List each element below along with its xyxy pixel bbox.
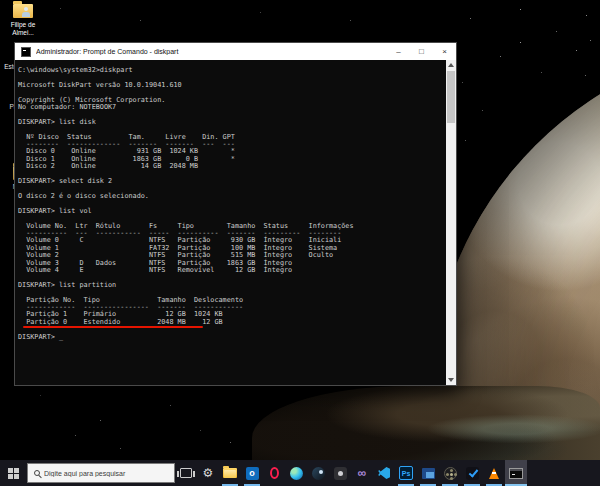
gear-icon: ⚙	[203, 467, 214, 479]
movies-app-icon	[422, 468, 435, 479]
maximize-button[interactable]: □	[410, 43, 433, 60]
cmd-window-icon	[21, 47, 31, 57]
taskbar-search-box[interactable]	[27, 463, 175, 483]
file-explorer-icon	[223, 468, 237, 478]
visual-studio-icon: ∞	[358, 467, 367, 479]
opera-button[interactable]	[263, 460, 285, 486]
windows-logo-icon	[8, 468, 19, 479]
photoshop-icon: Ps	[399, 466, 413, 480]
stars	[0, 0, 1, 1]
photoshop-button[interactable]: Ps	[395, 460, 417, 486]
window-title: Administrador: Prompt de Comando - diskp…	[36, 48, 387, 55]
start-button[interactable]	[0, 460, 26, 486]
scrollbar-thumb[interactable]	[447, 71, 455, 123]
desktop-icon-label: Filipe de Almei...	[0, 21, 46, 36]
steam-button[interactable]	[307, 460, 329, 486]
edge-icon	[290, 467, 303, 480]
blue-check-app-button[interactable]	[461, 460, 483, 486]
media-reel-button[interactable]	[439, 460, 461, 486]
file-explorer-button[interactable]	[219, 460, 241, 486]
taskbar-apps: ⚙ o ∞ Ps	[175, 460, 527, 486]
opera-icon	[270, 467, 279, 479]
cmd-icon	[509, 468, 523, 479]
vlc-icon	[489, 468, 499, 479]
console-area[interactable]: C:\windows\system32>diskpart Microsoft D…	[15, 60, 456, 385]
red-annotation-underline	[23, 326, 203, 328]
dark-app-button[interactable]	[329, 460, 351, 486]
vlc-button[interactable]	[483, 460, 505, 486]
desktop: Filipe de Almei... Este Comp... Painel d…	[0, 0, 600, 460]
screen: Filipe de Almei... Este Comp... Painel d…	[0, 0, 600, 486]
dark-app-icon	[334, 467, 347, 480]
search-icon	[34, 470, 40, 476]
cmd-taskbar-button[interactable]	[505, 460, 527, 486]
console-scrollbar[interactable]	[446, 60, 456, 385]
scroll-up-arrow-icon[interactable]	[448, 63, 454, 67]
steam-icon	[312, 467, 325, 480]
vscode-icon	[378, 467, 390, 479]
media-reel-icon	[444, 467, 457, 480]
settings-button[interactable]: ⚙	[197, 460, 219, 486]
outlook-icon: o	[246, 467, 259, 480]
search-input[interactable]	[44, 470, 162, 477]
taskbar: ⚙ o ∞ Ps	[0, 460, 600, 486]
task-view-icon	[180, 468, 192, 478]
scroll-down-arrow-icon[interactable]	[448, 378, 454, 382]
cmd-titlebar[interactable]: Administrador: Prompt de Comando - diskp…	[15, 43, 456, 60]
minimize-button[interactable]: –	[387, 43, 410, 60]
user-folder-icon	[12, 2, 34, 19]
task-view-button[interactable]	[175, 460, 197, 486]
desktop-icon-user-folder[interactable]: Filipe de Almei...	[0, 2, 46, 36]
edge-button[interactable]	[285, 460, 307, 486]
outlook-button[interactable]: o	[241, 460, 263, 486]
vscode-button[interactable]	[373, 460, 395, 486]
blue-check-app-icon	[466, 467, 479, 480]
movies-app-button[interactable]	[417, 460, 439, 486]
pluto-dark-terrain	[252, 386, 600, 460]
console-output: C:\windows\system32>diskpart Microsoft D…	[15, 60, 456, 341]
cmd-window: Administrador: Prompt de Comando - diskp…	[14, 42, 457, 386]
close-button[interactable]: ×	[433, 43, 456, 60]
visual-studio-button[interactable]: ∞	[351, 460, 373, 486]
